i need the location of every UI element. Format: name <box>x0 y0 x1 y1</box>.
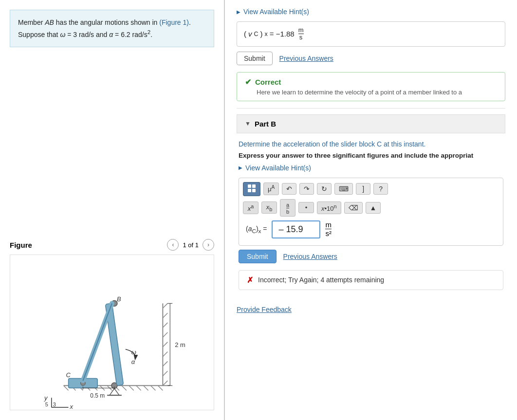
hint-toggle-b[interactable]: ▶ View Available Hint(s) <box>239 164 503 172</box>
svg-line-18 <box>163 323 167 328</box>
svg-line-12 <box>144 385 148 390</box>
svg-line-1 <box>64 385 69 390</box>
unit-numerator: m <box>325 221 332 229</box>
svg-rect-54 <box>248 184 251 188</box>
hint-arrow-b: ▶ <box>239 165 242 170</box>
svg-text:5: 5 <box>45 402 48 407</box>
svg-text:3: 3 <box>53 402 56 407</box>
svg-line-22 <box>163 362 167 366</box>
svg-text:4: 4 <box>53 409 56 410</box>
part-a-submit-btn[interactable]: Submit <box>237 52 273 65</box>
svg-line-14 <box>158 385 163 390</box>
part-a-prev-answers-link[interactable]: Previous Answers <box>279 55 333 62</box>
svg-line-17 <box>163 313 167 318</box>
part-b-hint: ▶ View Available Hint(s) <box>239 164 503 172</box>
svg-text:B: B <box>117 295 121 303</box>
hint-label-b: View Available Hint(s) <box>245 164 311 172</box>
svg-rect-55 <box>252 184 256 188</box>
problem-description: Member AB has the angular motions shown … <box>10 10 214 47</box>
part-b-submit-row: Submit Previous Answers <box>239 250 503 263</box>
part-a-unit: m s <box>298 27 304 41</box>
checkmark-icon: ✔ <box>245 77 251 87</box>
math-input-box[interactable]: – 15.9 <box>272 220 320 238</box>
incorrect-text: Incorrect; Try Again; 4 attempts remaini… <box>258 276 384 284</box>
figure-title: Figure <box>10 241 32 249</box>
svg-line-10 <box>129 385 134 390</box>
fraction-btn[interactable]: a b <box>280 199 295 217</box>
svg-line-40 <box>83 303 112 381</box>
xa-btn[interactable]: xa <box>243 201 258 214</box>
refresh-btn[interactable]: ↻ <box>317 183 332 195</box>
xb-btn[interactable]: xb <box>261 201 277 214</box>
figure-prev-btn[interactable]: ‹ <box>167 239 179 251</box>
svg-text:0.5 m: 0.5 m <box>90 392 105 399</box>
figure-section: Figure ‹ 1 of 1 › <box>10 239 214 410</box>
svg-line-23 <box>163 371 167 376</box>
part-b-section: ▼ Part B Determine the acceleration of t… <box>237 114 505 290</box>
undo-btn[interactable]: ↶ <box>282 183 296 195</box>
diagram-svg: 2 m B A C ω <box>10 255 214 410</box>
math-unit: m s² <box>325 221 332 238</box>
problem-line1: Member AB has the angular motions shown … <box>18 18 191 26</box>
left-panel: Member AB has the angular motions shown … <box>0 0 225 420</box>
correct-text: Here we learn to determine the velocity … <box>245 89 497 96</box>
svg-line-19 <box>163 332 167 337</box>
hint-arrow-a: ▶ <box>237 9 240 15</box>
svg-line-21 <box>163 352 167 357</box>
right-panel: ▶ View Available Hint(s) (vC)x = −1.88 m… <box>225 0 517 420</box>
figure-link[interactable]: (Figure 1) <box>159 18 189 26</box>
figure-page: 1 of 1 <box>183 241 199 249</box>
svg-line-24 <box>163 381 167 385</box>
bracket-btn[interactable]: ] <box>356 183 370 195</box>
toolbar-row2: xa xb a b • x•10n ⌫ ▲ <box>243 199 499 217</box>
part-b-body: Determine the acceleration of the slider… <box>237 140 505 290</box>
help-btn[interactable]: ? <box>373 183 388 195</box>
svg-text:C: C <box>66 371 71 379</box>
figure-header: Figure ‹ 1 of 1 › <box>10 239 214 251</box>
problem-line2: Suppose that ω = 3 rad/s and α = 6.2 rad… <box>18 31 152 38</box>
part-b-description: Determine the acceleration of the slider… <box>239 140 503 148</box>
part-b-prev-answers-link[interactable]: Previous Answers <box>283 253 337 260</box>
part-a-answer-box: (vC)x = −1.88 m s <box>237 21 505 47</box>
svg-line-16 <box>163 303 167 308</box>
math-input-area: (aC)x = – 15.9 m s² <box>243 217 499 241</box>
figure-nav: ‹ 1 of 1 › <box>167 239 214 251</box>
part-a-submit-row: Submit Previous Answers <box>237 52 505 65</box>
svg-text:2 m: 2 m <box>175 341 185 348</box>
part-b-header[interactable]: ▼ Part B <box>237 114 505 133</box>
svg-line-20 <box>163 342 167 347</box>
part-b-instruction: Express your answer to three significant… <box>239 152 503 159</box>
correct-header: ✔ Correct <box>245 77 497 87</box>
dot-btn[interactable]: • <box>298 202 314 213</box>
svg-text:y: y <box>44 394 48 402</box>
hint-toggle-a[interactable]: ▶ View Available Hint(s) <box>237 8 505 16</box>
correct-title: Correct <box>255 78 281 86</box>
x-mark-icon: ✗ <box>247 275 253 285</box>
part-b-arrow: ▼ <box>245 120 251 127</box>
keyboard-btn[interactable]: ⌨ <box>334 183 353 195</box>
hint-label-a: View Available Hint(s) <box>243 8 309 16</box>
correct-banner: ✔ Correct Here we learn to determine the… <box>237 72 505 101</box>
part-b-submit-btn[interactable]: Submit <box>239 250 277 263</box>
x10n-btn[interactable]: x•10n <box>317 201 341 214</box>
figure-next-btn[interactable]: › <box>203 239 214 251</box>
figure-diagram: 2 m B A C ω <box>10 255 214 410</box>
unit-denominator: s² <box>325 229 332 238</box>
redo-btn[interactable]: ↷ <box>299 183 314 195</box>
svg-line-9 <box>122 385 127 390</box>
math-label: (aC)x = <box>246 225 267 234</box>
mu-a-btn[interactable]: μA <box>263 183 279 195</box>
math-toolbar: μA ↶ ↷ ↻ ⌨ ] ? xa xb <box>239 178 503 246</box>
up-arrow-btn[interactable]: ▲ <box>366 202 381 214</box>
svg-rect-57 <box>252 189 256 192</box>
svg-text:α: α <box>131 358 135 365</box>
svg-line-13 <box>151 385 156 390</box>
part-a-hint: ▶ View Available Hint(s) <box>237 8 505 16</box>
grid-icon-btn[interactable] <box>243 182 260 196</box>
toolbar-row1: μA ↶ ↷ ↻ ⌨ ] ? <box>243 182 499 196</box>
incorrect-banner: ✗ Incorrect; Try Again; 4 attempts remai… <box>239 270 503 290</box>
svg-line-11 <box>136 385 141 390</box>
delete-btn[interactable]: ⌫ <box>344 202 363 214</box>
provide-feedback-link[interactable]: Provide Feedback <box>237 306 292 313</box>
part-a-answer-math: (vC)x = −1.88 m s <box>244 27 304 41</box>
